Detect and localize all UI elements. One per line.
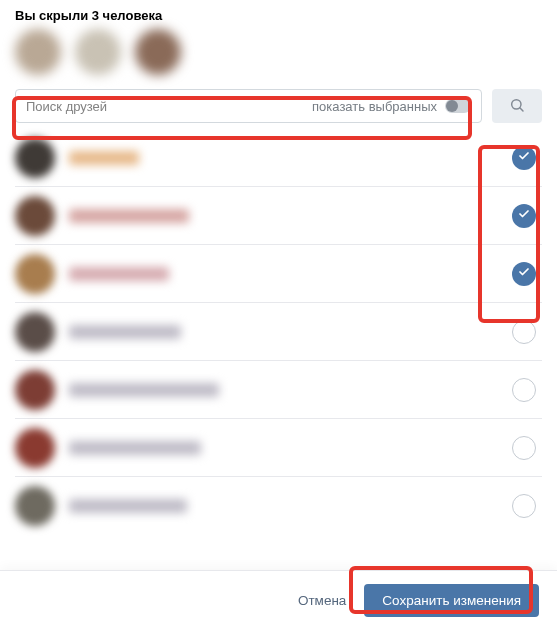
checkbox-checked[interactable] [512,204,536,228]
checkbox-unchecked[interactable] [512,378,536,402]
checkbox-unchecked[interactable] [512,436,536,460]
search-input[interactable] [26,99,312,114]
avatar [15,486,55,526]
friend-name [69,267,169,281]
friend-list [0,123,557,535]
svg-line-1 [520,107,523,110]
check-icon [518,266,530,281]
cancel-button[interactable]: Отмена [298,593,346,608]
check-icon [518,208,530,223]
checkbox-checked[interactable] [512,262,536,286]
avatar [135,29,181,75]
save-button[interactable]: Сохранить изменения [364,584,539,617]
avatar [15,370,55,410]
friend-row[interactable] [15,419,542,477]
checkbox-checked[interactable] [512,146,536,170]
check-icon [518,150,530,165]
avatar [15,254,55,294]
avatar [75,29,121,75]
friend-name [69,383,219,397]
search-button[interactable] [492,89,542,123]
show-selected-toggle[interactable] [445,99,471,113]
friend-row[interactable] [15,361,542,419]
search-box[interactable]: показать выбранных [15,89,482,123]
friend-row[interactable] [15,187,542,245]
friend-name [69,209,189,223]
page-title: Вы скрыли 3 человека [15,8,542,23]
friend-row[interactable] [15,129,542,187]
friend-name [69,325,181,339]
hidden-avatars [15,29,542,75]
avatar [15,138,55,178]
footer: Отмена Сохранить изменения [0,570,557,630]
avatar [15,29,61,75]
search-icon [509,97,525,116]
friend-row[interactable] [15,477,542,535]
show-selected-label: показать выбранных [312,99,437,114]
checkbox-unchecked[interactable] [512,320,536,344]
avatar [15,196,55,236]
friend-name [69,441,201,455]
avatar [15,428,55,468]
friend-row[interactable] [15,303,542,361]
friend-name [69,499,187,513]
friend-name [69,151,139,165]
friend-row[interactable] [15,245,542,303]
avatar [15,312,55,352]
checkbox-unchecked[interactable] [512,494,536,518]
